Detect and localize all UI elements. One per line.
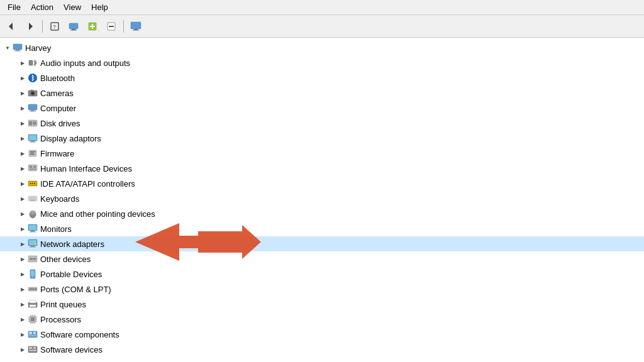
tree-item-software-devices[interactable]: Software devices (0, 342, 644, 357)
collapse-button[interactable] (103, 18, 120, 35)
svg-point-23 (32, 92, 34, 94)
cameras-expand-arrow[interactable] (18, 88, 28, 98)
expand-button[interactable] (84, 18, 101, 35)
computer-expand-arrow[interactable] (18, 103, 28, 113)
tree-item-ports[interactable]: Ports (COM & LPT) (0, 282, 644, 297)
svg-rect-34 (30, 142, 36, 143)
svg-marker-0 (9, 23, 13, 30)
display-expand-arrow[interactable] (18, 133, 28, 143)
keyboards-expand-arrow[interactable] (18, 194, 28, 204)
svg-rect-81 (33, 288, 35, 290)
root-expand-arrow[interactable] (3, 43, 13, 53)
bluetooth-expand-arrow[interactable] (18, 73, 28, 83)
ports-icon (28, 284, 38, 294)
cameras-icon (28, 88, 38, 98)
menu-help[interactable]: Help (86, 1, 113, 13)
svg-point-31 (34, 123, 35, 124)
tree-item-audio[interactable]: Audio inputs and outputs (0, 55, 644, 70)
monitors-icon (28, 224, 38, 234)
ports-label: Ports (COM & LPT) (40, 285, 111, 294)
tree-item-cameras[interactable]: Cameras (0, 85, 644, 101)
computer-node-icon (28, 103, 38, 113)
svg-rect-18 (29, 60, 33, 65)
keyboards-label: Keyboards (40, 194, 79, 204)
menu-file[interactable]: File (3, 1, 26, 13)
tree-root[interactable]: Harvey (0, 40, 644, 55)
svg-rect-37 (30, 151, 35, 152)
svg-rect-29 (29, 121, 32, 125)
svg-rect-63 (29, 225, 36, 230)
bluetooth-label: Bluetooth (40, 74, 75, 83)
ports-expand-arrow[interactable] (18, 284, 28, 294)
software-devices-expand-arrow[interactable] (18, 344, 28, 354)
bluetooth-icon: ᛒ (28, 73, 38, 83)
processors-expand-arrow[interactable] (18, 314, 28, 324)
print-label: Print queues (40, 300, 86, 309)
tree-item-mice[interactable]: Mice and other pointing devices (0, 206, 644, 221)
properties-button[interactable]: ? (46, 18, 64, 35)
tree-item-firmware[interactable]: Firmware (0, 146, 644, 161)
svg-rect-12 (131, 22, 141, 29)
computer-icon (13, 43, 23, 53)
monitor-button[interactable] (127, 18, 145, 35)
tree-item-display[interactable]: Display adaptors (0, 131, 644, 146)
forward-button[interactable] (21, 18, 39, 35)
svg-rect-53 (35, 197, 36, 199)
software-components-icon (28, 329, 38, 339)
other-label: Other devices (40, 255, 91, 264)
svg-rect-42 (33, 166, 36, 168)
tree-item-network[interactable]: Network adapters (0, 236, 644, 251)
hid-expand-arrow[interactable] (18, 163, 28, 173)
tree-item-hid[interactable]: Human Interface Devices (0, 161, 644, 176)
svg-rect-68 (31, 246, 35, 247)
svg-rect-41 (30, 166, 32, 168)
tree-item-disk[interactable]: Disk drives (0, 116, 644, 131)
firmware-expand-arrow[interactable] (18, 148, 28, 158)
portable-expand-arrow[interactable] (18, 269, 28, 279)
svg-rect-80 (31, 288, 33, 290)
svg-rect-54 (30, 199, 31, 200)
disk-label: Disk drives (40, 119, 80, 128)
audio-expand-arrow[interactable] (18, 58, 28, 68)
disk-expand-arrow[interactable] (18, 118, 28, 128)
svg-rect-107 (33, 347, 36, 349)
svg-rect-79 (30, 288, 31, 290)
tree-item-ide[interactable]: IDE ATA/ATAPI controllers (0, 176, 644, 191)
svg-rect-24 (31, 90, 33, 91)
tree-item-print[interactable]: Print queues (0, 297, 644, 312)
svg-rect-84 (30, 300, 36, 303)
svg-rect-27 (30, 111, 36, 112)
print-icon (28, 299, 38, 309)
svg-text:ᛒ: ᛒ (31, 74, 35, 82)
tree-item-processors[interactable]: Processors (0, 312, 644, 327)
menu-action[interactable]: Action (26, 1, 58, 13)
svg-rect-52 (33, 197, 35, 199)
svg-rect-4 (69, 23, 78, 29)
tree-item-other[interactable]: Other devices (0, 251, 644, 266)
tree-item-monitors[interactable]: Monitors (0, 221, 644, 236)
print-expand-arrow[interactable] (18, 299, 28, 309)
device-manager-tree[interactable]: Harvey Audio inputs and outputs ᛒ (0, 38, 644, 362)
ide-expand-arrow[interactable] (18, 178, 28, 189)
display-icon (28, 133, 38, 143)
network-expand-arrow[interactable] (18, 239, 28, 249)
back-button[interactable] (3, 18, 20, 35)
update-driver-button[interactable] (65, 18, 82, 35)
tree-item-bluetooth[interactable]: ᛒ Bluetooth (0, 70, 644, 85)
network-icon (28, 239, 38, 249)
monitors-expand-arrow[interactable] (18, 224, 28, 234)
other-expand-arrow[interactable] (18, 254, 28, 264)
svg-rect-35 (29, 135, 36, 140)
mice-icon (28, 209, 38, 219)
tree-item-portable[interactable]: Portable Devices (0, 266, 644, 282)
software-components-expand-arrow[interactable] (18, 329, 28, 339)
root-label: Harvey (25, 43, 51, 53)
tree-item-computer[interactable]: Computer (0, 101, 644, 116)
svg-rect-6 (70, 30, 77, 30)
mice-expand-arrow[interactable] (18, 209, 28, 219)
svg-rect-56 (33, 199, 35, 200)
tree-item-keyboards[interactable]: Keyboards (0, 191, 644, 206)
tree-item-software-components[interactable]: Software components (0, 327, 644, 342)
menu-view[interactable]: View (58, 1, 86, 13)
software-devices-label: Software devices (40, 345, 103, 354)
